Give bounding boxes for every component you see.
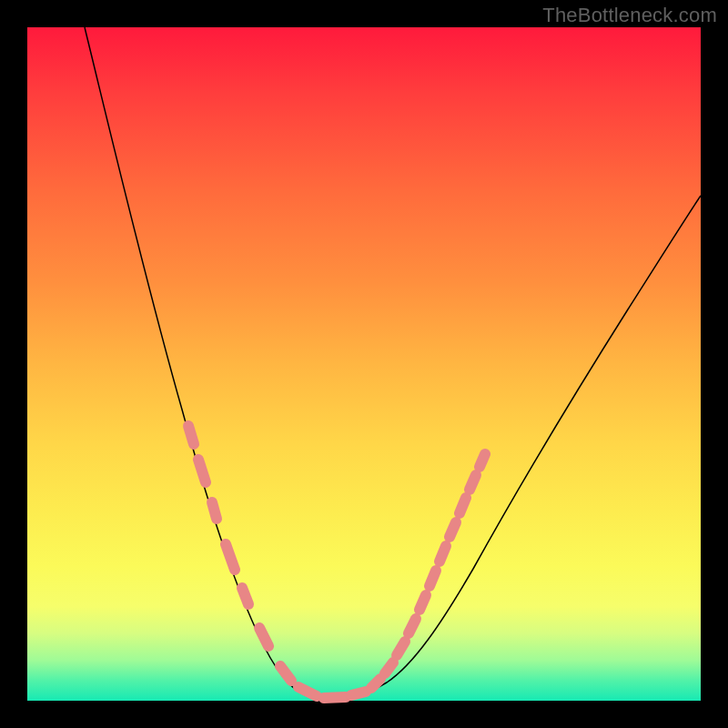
salmon-dots-right: [371, 454, 485, 688]
watermark-text: TheBottleneck.com: [542, 4, 717, 27]
salmon-dots-left: [188, 426, 268, 646]
chart-frame: TheBottleneck.com: [0, 0, 728, 728]
salmon-dots-bottom: [280, 666, 366, 698]
curve-svg: [27, 27, 701, 701]
plot-area: [27, 27, 701, 701]
bottleneck-curve: [85, 27, 701, 699]
